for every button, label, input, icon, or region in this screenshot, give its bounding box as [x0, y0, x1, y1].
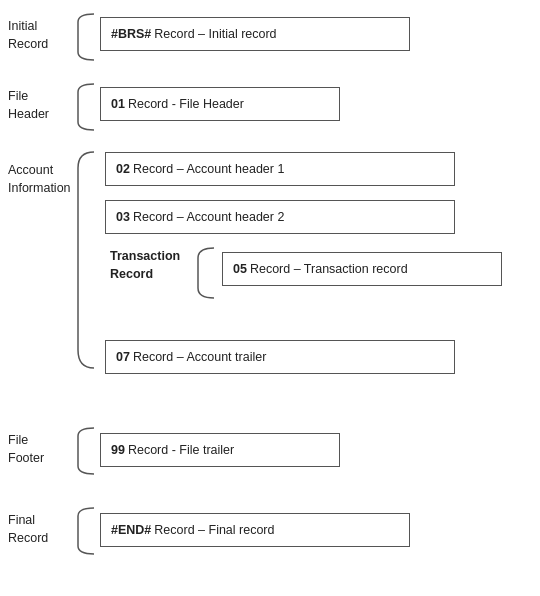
file-footer-label: FileFooter: [8, 432, 44, 467]
box-brs-code: #BRS#: [111, 27, 151, 41]
bracket-file-header: [72, 80, 100, 130]
box-acct-header1: 02 Record – Account header 1: [105, 152, 455, 186]
box-brs: #BRS# Record – Initial record: [100, 17, 410, 51]
diagram: InitialRecord #BRS# Record – Initial rec…: [0, 0, 540, 596]
bracket-file-footer: [72, 424, 100, 474]
box-acct-trailer: 07 Record – Account trailer: [105, 340, 455, 374]
box-end: #END# Record – Final record: [100, 513, 410, 547]
box-acct-header1-text: Record – Account header 1: [133, 162, 285, 176]
box-transaction-code: 05: [233, 262, 247, 276]
box-end-text: Record – Final record: [154, 523, 274, 537]
transaction-record-label: TransactionRecord: [110, 248, 180, 283]
box-file-header-code: 01: [111, 97, 125, 111]
file-header-label: FileHeader: [8, 88, 49, 123]
account-info-label: AccountInformation: [8, 162, 71, 197]
box-acct-header2: 03 Record – Account header 2: [105, 200, 455, 234]
bracket-initial: [72, 10, 100, 60]
bracket-account: [72, 148, 100, 370]
box-transaction-text: Record – Transaction record: [250, 262, 408, 276]
box-brs-text: Record – Initial record: [154, 27, 276, 41]
box-file-header: 01 Record - File Header: [100, 87, 340, 121]
box-file-trailer-code: 99: [111, 443, 125, 457]
box-acct-header1-code: 02: [116, 162, 130, 176]
box-file-trailer: 99 Record - File trailer: [100, 433, 340, 467]
box-file-header-text: Record - File Header: [128, 97, 244, 111]
bracket-transaction: [192, 244, 220, 299]
box-transaction: 05 Record – Transaction record: [222, 252, 502, 286]
final-record-label: FinalRecord: [8, 512, 48, 547]
box-acct-trailer-text: Record – Account trailer: [133, 350, 266, 364]
box-acct-trailer-code: 07: [116, 350, 130, 364]
bracket-final: [72, 504, 100, 554]
initial-record-label: InitialRecord: [8, 18, 48, 53]
box-acct-header2-text: Record – Account header 2: [133, 210, 285, 224]
box-acct-header2-code: 03: [116, 210, 130, 224]
box-end-code: #END#: [111, 523, 151, 537]
box-file-trailer-text: Record - File trailer: [128, 443, 234, 457]
